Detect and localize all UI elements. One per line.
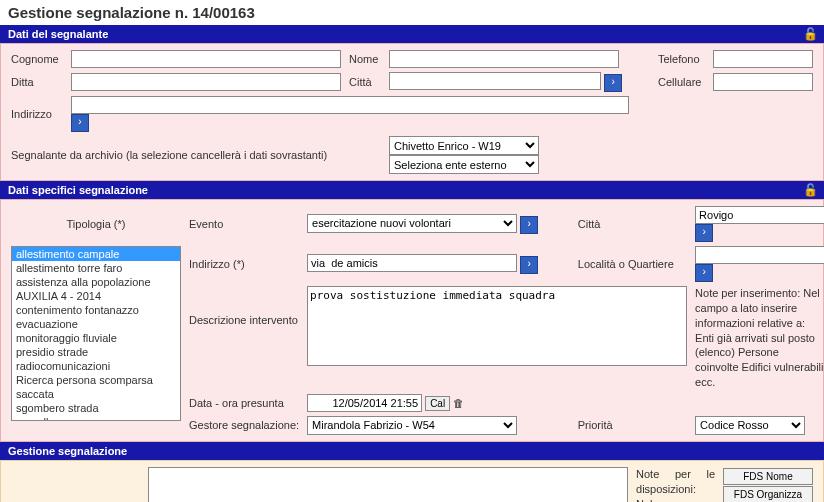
tipologia-item[interactable]: Ricerca persona scomparsa xyxy=(12,373,180,387)
label-indirizzo: Indirizzo xyxy=(7,94,67,134)
label-citta2: Città xyxy=(574,204,691,244)
label-dataora: Data - ora presunta xyxy=(185,392,303,414)
label-cellulare: Cellulare xyxy=(654,70,709,94)
tipologia-item[interactable]: evacuazione xyxy=(12,317,180,331)
section-title: Dati del segnalante xyxy=(8,28,108,40)
tipologia-item[interactable]: radiocomunicazioni xyxy=(12,359,180,373)
trash-icon[interactable]: 🗑 xyxy=(453,397,467,411)
label-citta: Città xyxy=(345,70,385,94)
lock-icon[interactable]: 🔓 xyxy=(803,27,818,41)
input-telefono[interactable] xyxy=(713,50,813,68)
input-dataora[interactable] xyxy=(307,394,422,412)
tipologia-item[interactable]: allestimento campale xyxy=(12,247,180,261)
panel-gestione: Disposizioni per intervento Note per le … xyxy=(0,460,824,502)
label-nome: Nome xyxy=(345,48,385,70)
note-disposizioni: Note per le disposizioni: Nel campo a la… xyxy=(632,465,719,502)
tipologia-item[interactable]: presidio strade xyxy=(12,345,180,359)
label-telefono: Telefono xyxy=(654,48,709,70)
go-icon-indirizzo2[interactable]: › xyxy=(520,256,538,274)
label-disposizioni: Disposizioni per intervento xyxy=(7,465,144,502)
input-citta[interactable] xyxy=(389,72,601,90)
calendar-button[interactable]: Cal xyxy=(425,396,450,411)
section-header-dati-specifici: Dati specifici segnalazione 🔓 xyxy=(0,181,824,199)
fds-organizza-button[interactable]: FDS Organizza xyxy=(723,486,813,502)
label-evento: Evento xyxy=(185,204,303,244)
go-icon-citta[interactable]: › xyxy=(604,74,622,92)
listbox-tipologia[interactable]: allestimento campaleallestimento torre f… xyxy=(11,246,181,421)
label-tipologia: Tipologia (*) xyxy=(7,204,185,244)
tipologia-item[interactable]: AUXILIA 4 - 2014 xyxy=(12,289,180,303)
lock-icon[interactable]: 🔓 xyxy=(803,183,818,197)
tipologia-item[interactable]: monitoraggio fluviale xyxy=(12,331,180,345)
select-evento[interactable]: esercitazione nuovi volontari xyxy=(307,214,517,233)
tipologia-item[interactable]: contenimento fontanazzo xyxy=(12,303,180,317)
label-cognome: Cognome xyxy=(7,48,67,70)
input-cognome[interactable] xyxy=(71,50,341,68)
label-indirizzo2: Indirizzo (*) xyxy=(185,244,303,284)
go-icon-citta2[interactable]: › xyxy=(695,224,713,242)
tipologia-item[interactable]: allestimento torre faro xyxy=(12,261,180,275)
section-header-gestione: Gestione segnalazione xyxy=(0,442,824,460)
tipologia-item[interactable]: saccata xyxy=(12,387,180,401)
go-icon-evento[interactable]: › xyxy=(520,216,538,234)
label-priorita: Priorità xyxy=(574,414,691,437)
note-inserimento: Note per inserimento: Nel campo a lato i… xyxy=(691,284,824,392)
fds-nome-button[interactable]: FDS Nome xyxy=(723,468,813,485)
section-header-segnalante: Dati del segnalante 🔓 xyxy=(0,25,824,43)
input-ditta[interactable] xyxy=(71,73,341,91)
select-gestore[interactable]: Mirandola Fabrizio - W54 xyxy=(307,416,517,435)
input-indirizzo[interactable] xyxy=(71,96,629,114)
tipologia-item[interactable]: assistenza alla popolazione xyxy=(12,275,180,289)
label-localita: Località o Quartiere xyxy=(574,244,691,284)
tipologia-item[interactable]: sopralluogo xyxy=(12,415,180,421)
select-archivio[interactable]: Chivetto Enrico - W19 xyxy=(389,136,539,155)
input-cellulare[interactable] xyxy=(713,73,813,91)
go-icon-indirizzo[interactable]: › xyxy=(71,114,89,132)
select-ente-esterno[interactable]: Seleziona ente esterno xyxy=(389,155,539,174)
panel-segnalante: Cognome Nome Telefono Ditta Città › Cell… xyxy=(0,43,824,181)
label-descrizione: Descrizione intervento xyxy=(185,284,303,392)
tipologia-item[interactable]: sgombero strada xyxy=(12,401,180,415)
input-indirizzo2[interactable] xyxy=(307,254,517,272)
section-title: Dati specifici segnalazione xyxy=(8,184,148,196)
label-ditta: Ditta xyxy=(7,70,67,94)
input-localita[interactable] xyxy=(695,246,824,264)
select-priorita[interactable]: Codice Rosso xyxy=(695,416,805,435)
textarea-descrizione[interactable]: prova sostistuzione immediata squadra xyxy=(307,286,687,366)
input-citta2[interactable] xyxy=(695,206,824,224)
label-archivio: Segnalante da archivio (la selezione can… xyxy=(7,134,385,176)
panel-dati-specifici: Tipologia (*) Evento esercitazione nuovi… xyxy=(0,199,824,442)
label-gestore: Gestore segnalazione: xyxy=(185,414,303,437)
textarea-disposizioni[interactable] xyxy=(148,467,628,502)
section-title: Gestione segnalazione xyxy=(8,445,127,457)
input-nome[interactable] xyxy=(389,50,619,68)
page-title: Gestione segnalazione n. 14/00163 xyxy=(0,0,824,25)
go-icon-localita[interactable]: › xyxy=(695,264,713,282)
